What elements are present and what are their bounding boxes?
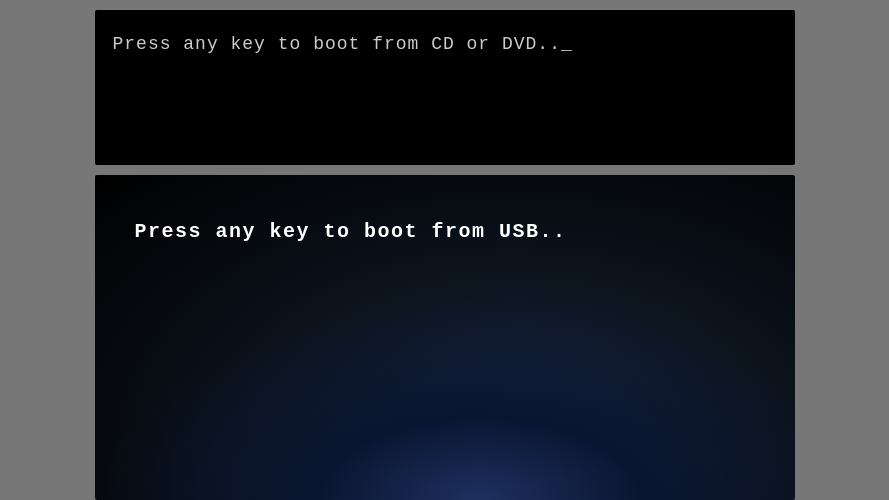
top-bios-screen: Press any key to boot from CD or DVD.._ [95, 10, 795, 165]
bottom-bios-screen: Press any key to boot from USB.. [95, 175, 795, 500]
top-boot-message: Press any key to boot from CD or DVD.._ [113, 34, 573, 54]
bottom-boot-message: Press any key to boot from USB.. [135, 220, 567, 243]
screen-container: Press any key to boot from CD or DVD.._ … [0, 0, 889, 500]
